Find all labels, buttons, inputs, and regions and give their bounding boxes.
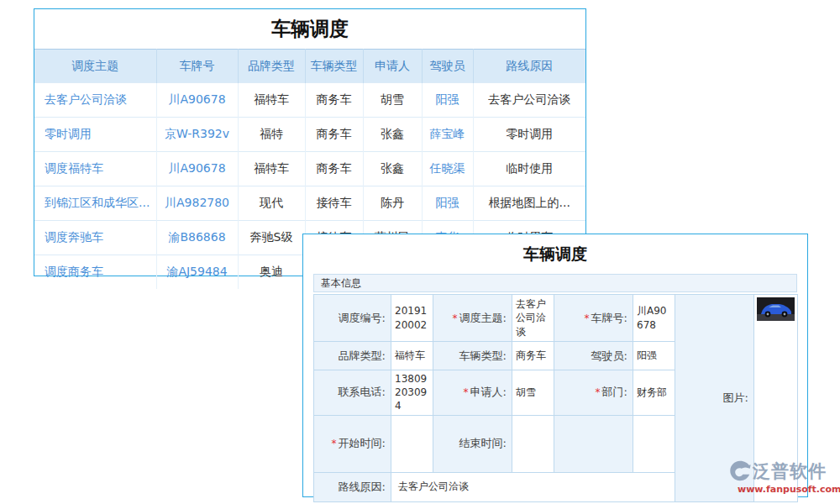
col-header-driver: 驾驶员 xyxy=(422,50,473,83)
table-row: 调度福特车 川A90678 福特车 商务车 张鑫 任晓渠 临时使用 xyxy=(34,152,585,186)
field-label-dispatch-no: 调度编号: xyxy=(314,295,391,342)
subject-link[interactable]: 调度奔驰车 xyxy=(45,230,103,244)
section-header-basic-info: 基本信息 xyxy=(313,274,797,292)
cell-driver: 阳强 xyxy=(422,83,473,118)
cell-driver: 薛宝峰 xyxy=(422,118,473,152)
vehicle-dispatch-detail-panel: 车辆调度 基本信息 调度编号: 2019120002 *调度主题: 去客户公司洽… xyxy=(302,234,808,497)
logo-row: 泛普软件 xyxy=(727,459,840,484)
driver-link[interactable]: 薛宝峰 xyxy=(430,127,465,140)
field-label-phone: 联系电话: xyxy=(314,370,391,416)
col-header-reason: 路线原因 xyxy=(473,50,585,83)
required-mark: * xyxy=(453,312,458,324)
subject-link[interactable]: 到锦江区和成华区... xyxy=(45,196,150,209)
field-value-phone[interactable]: 13809203094 xyxy=(391,370,433,416)
cell-brand: 奔驰S级 xyxy=(238,221,305,255)
cell-type: 商务车 xyxy=(305,152,363,186)
cell-type: 商务车 xyxy=(305,118,363,152)
cell-subject: 调度奔驰车 xyxy=(34,221,156,255)
col-header-plate: 车牌号 xyxy=(156,50,238,83)
plate-link[interactable]: 川A982780 xyxy=(165,196,229,209)
required-mark: * xyxy=(585,312,590,324)
subject-link[interactable]: 去客户公司洽谈 xyxy=(45,92,127,106)
subject-link[interactable]: 调度商务车 xyxy=(45,265,103,278)
table-header-row: 调度主题 车牌号 品牌类型 车辆类型 申请人 驾驶员 路线原因 xyxy=(34,50,585,83)
detail-form-table: 调度编号: 2019120002 *调度主题: 去客户公司洽谈 *车牌号: 川A… xyxy=(313,294,798,502)
cell-plate: 京W-R392v xyxy=(156,118,238,152)
cell-type: 接待车 xyxy=(305,186,363,221)
field-value-start-time[interactable] xyxy=(391,415,433,472)
cell-applicant: 张鑫 xyxy=(363,118,422,152)
field-label-driver: 驾驶员: xyxy=(554,342,633,370)
field-label-plate: *车牌号: xyxy=(554,295,633,342)
field-value-subject[interactable]: 去客户公司洽谈 xyxy=(512,295,554,342)
driver-link[interactable]: 任晓渠 xyxy=(430,161,465,175)
cell-plate: 川A982780 xyxy=(156,186,238,221)
plate-link[interactable]: 渝AJ59484 xyxy=(166,265,227,278)
cell-driver: 任晓渠 xyxy=(422,152,473,186)
cell-driver: 阳强 xyxy=(422,186,473,221)
field-label-empty xyxy=(554,415,633,472)
table-row: 零时调用 京W-R392v 福特 商务车 张鑫 薛宝峰 零时调用 xyxy=(34,118,585,152)
subject-link[interactable]: 零时调用 xyxy=(45,127,92,140)
table-row: 到锦江区和成华区... 川A982780 现代 接待车 陈丹 阳强 根据地图上的… xyxy=(34,186,585,221)
field-value-brand[interactable]: 福特车 xyxy=(391,342,433,370)
cell-reason: 零时调用 xyxy=(473,118,585,152)
field-label-applicant: *申请人: xyxy=(433,370,512,416)
field-label-start-time: *开始时间: xyxy=(314,415,391,472)
field-value-plate[interactable]: 川A90678 xyxy=(633,295,675,342)
cell-type: 商务车 xyxy=(305,83,363,118)
field-value-route-reason[interactable]: 去客户公司洽谈 xyxy=(391,472,675,501)
required-mark: * xyxy=(596,386,601,398)
col-header-subject: 调度主题 xyxy=(34,50,156,83)
cell-plate: 渝B86868 xyxy=(156,221,238,255)
cell-reason: 临时使用 xyxy=(473,152,585,186)
list-panel-title: 车辆调度 xyxy=(34,9,585,49)
col-header-applicant: 申请人 xyxy=(363,50,422,83)
field-label-vehicle-type: 车辆类型: xyxy=(433,342,512,370)
required-mark: * xyxy=(464,386,469,398)
cell-brand: 福特车 xyxy=(238,83,305,118)
driver-link[interactable]: 阳强 xyxy=(436,92,459,106)
driver-link[interactable]: 阳强 xyxy=(436,196,459,209)
cell-plate: 渝AJ59484 xyxy=(156,255,238,290)
plate-link[interactable]: 川A90678 xyxy=(168,92,225,106)
cell-brand: 福特 xyxy=(238,118,305,152)
plate-link[interactable]: 京W-R392v xyxy=(165,127,229,140)
field-value-end-time[interactable] xyxy=(512,415,554,472)
field-value-applicant[interactable]: 胡雪 xyxy=(512,370,554,416)
cell-reason: 去客户公司洽谈 xyxy=(473,83,585,118)
table-row: 去客户公司洽谈 川A90678 福特车 商务车 胡雪 阳强 去客户公司洽谈 xyxy=(34,83,585,118)
fanpu-logo-icon xyxy=(727,459,753,484)
cell-applicant: 胡雪 xyxy=(363,83,422,118)
cell-brand: 福特车 xyxy=(238,152,305,186)
cell-plate: 川A90678 xyxy=(156,83,238,118)
field-value-dispatch-no[interactable]: 2019120002 xyxy=(391,295,433,342)
subject-link[interactable]: 调度福特车 xyxy=(45,161,103,175)
field-value-vehicle-type[interactable]: 商务车 xyxy=(512,342,554,370)
cell-brand: 现代 xyxy=(238,186,305,221)
logo-text: 泛普软件 xyxy=(753,459,827,483)
field-value-driver[interactable]: 阳强 xyxy=(633,342,675,370)
col-header-brand: 品牌类型 xyxy=(238,50,305,83)
cell-subject: 调度福特车 xyxy=(34,152,156,186)
fanpu-watermark-logo: 泛普软件 www.fanpusoft.com xyxy=(727,459,840,495)
logo-url[interactable]: www.fanpusoft.com xyxy=(738,484,840,495)
required-mark: * xyxy=(332,438,337,449)
col-header-type: 车辆类型 xyxy=(305,50,363,83)
cell-reason: 根据地图上的... xyxy=(473,186,585,221)
cell-applicant: 张鑫 xyxy=(363,152,422,186)
cell-subject: 零时调用 xyxy=(34,118,156,152)
field-label-department: *部门: xyxy=(554,370,633,416)
field-value-empty[interactable] xyxy=(633,415,675,472)
field-label-end-time: 结束时间: xyxy=(433,415,512,472)
field-value-department[interactable]: 财务部 xyxy=(633,370,675,416)
cell-applicant: 陈丹 xyxy=(363,186,422,221)
field-label-subject: *调度主题: xyxy=(433,295,512,342)
cell-subject: 到锦江区和成华区... xyxy=(34,186,156,221)
form-row: 调度编号: 2019120002 *调度主题: 去客户公司洽谈 *车牌号: 川A… xyxy=(314,295,798,342)
detail-panel-title: 车辆调度 xyxy=(303,234,807,274)
plate-link[interactable]: 渝B86868 xyxy=(168,230,225,244)
plate-link[interactable]: 川A90678 xyxy=(168,161,225,175)
field-label-brand: 品牌类型: xyxy=(314,342,391,370)
vehicle-photo xyxy=(757,297,795,321)
